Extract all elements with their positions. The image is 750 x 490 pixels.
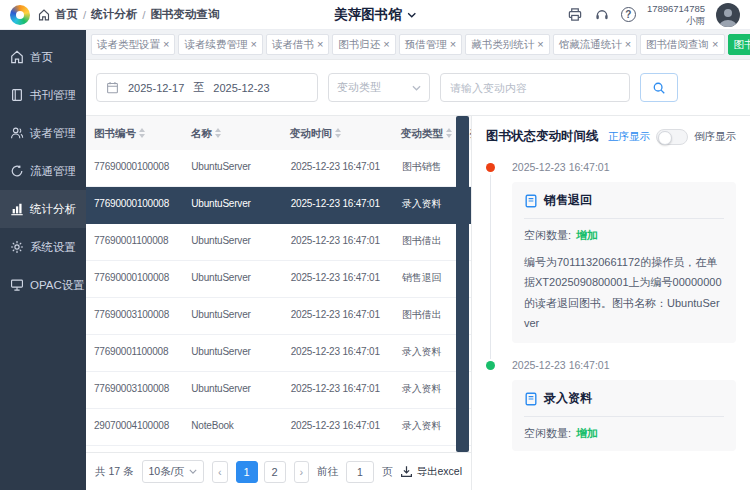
tab[interactable]: 读者借书 × <box>266 34 329 55</box>
card-header: 录入资料 <box>524 390 724 407</box>
page-size-select[interactable]: 10条/页 <box>142 460 205 483</box>
library-switcher[interactable]: 美萍图书馆 <box>334 6 416 24</box>
cell-change-type: 图书销售 <box>394 150 460 183</box>
close-icon[interactable]: × <box>250 39 256 50</box>
page-number-button[interactable]: 2 <box>264 461 286 483</box>
close-icon[interactable]: × <box>537 39 543 50</box>
tab[interactable]: 图书归还 × <box>332 34 395 55</box>
circulation-icon <box>10 164 24 178</box>
cell-book-name: UbuntuServer <box>183 335 279 368</box>
cell-change-type: 图书借出 <box>394 298 460 331</box>
close-icon[interactable]: × <box>450 39 456 50</box>
date-range-picker[interactable]: 2025-12-17 至 2025-12-23 <box>96 73 318 102</box>
tab-label: 读者类型设置 <box>97 38 160 52</box>
ascending-label[interactable]: 正序显示 <box>608 130 650 144</box>
sidebar-item-readers[interactable]: 读者管理 <box>0 114 86 152</box>
sidebar-item-opac[interactable]: OPAC设置 <box>0 266 86 304</box>
cell-change-time: 2025-12-23 16:47:01 <box>283 224 391 257</box>
select-placeholder: 变动类型 <box>337 80 381 95</box>
export-excel-button[interactable]: 导出excel <box>400 465 462 479</box>
date-start[interactable]: 2025-12-17 <box>128 82 184 94</box>
tab[interactable]: 读者续费管理 × <box>178 34 262 55</box>
sidebar-item-label: 流通管理 <box>30 164 76 179</box>
quantity-label: 空闲数量: <box>524 427 571 439</box>
cell-book-id: 77690000100008 <box>86 187 180 220</box>
change-type-select[interactable]: 变动类型 <box>328 73 430 102</box>
date-end[interactable]: 2025-12-23 <box>213 82 269 94</box>
close-icon[interactable]: × <box>317 39 323 50</box>
breadcrumb-item[interactable]: 统计分析 <box>91 7 137 22</box>
close-icon[interactable]: × <box>163 39 169 50</box>
cell-book-id: 77690000100008 <box>86 261 180 294</box>
sidebar-item-circulation[interactable]: 流通管理 <box>0 152 86 190</box>
search-button[interactable] <box>640 73 678 102</box>
date-separator: 至 <box>193 80 204 95</box>
sidebar-item-settings[interactable]: 系统设置 <box>0 228 86 266</box>
sidebar-item-label: 系统设置 <box>30 240 76 255</box>
printer-icon[interactable] <box>567 7 583 22</box>
table-row[interactable]: 77690003100008 UbuntuServer 2025-12-23 1… <box>86 298 471 335</box>
cell-book-id: 77690001100008 <box>86 224 180 257</box>
help-icon[interactable]: ? <box>621 7 636 22</box>
tab[interactable]: 图书变动查询 × <box>728 34 750 55</box>
chart-icon <box>10 202 24 216</box>
breadcrumb-item[interactable]: 首页 <box>55 7 78 22</box>
prev-page-button[interactable]: ‹ <box>212 461 227 483</box>
sidebar-item-books[interactable]: 书刊管理 <box>0 76 86 114</box>
tab-label: 读者续费管理 <box>184 38 247 52</box>
column-header[interactable]: 图书编号 <box>86 116 180 150</box>
table-row[interactable]: 29070004100008 NoteBook 2025-12-23 16:47… <box>86 409 471 446</box>
cell-book-id: 77690000100008 <box>86 150 180 183</box>
tab-label: 馆藏流通统计 <box>559 38 622 52</box>
descending-label[interactable]: 倒序显示 <box>694 130 736 144</box>
sort-icon[interactable] <box>446 128 452 138</box>
sort-icon[interactable] <box>335 128 341 138</box>
top-right-actions: ? 17896714785 小雨 <box>567 3 740 27</box>
table-row[interactable]: 77690001100008 UbuntuServer 2025-12-23 1… <box>86 224 471 261</box>
library-title: 美萍图书馆 <box>334 6 402 24</box>
chevron-down-icon <box>189 469 197 474</box>
sort-icon[interactable] <box>139 128 145 138</box>
table-row[interactable]: 77690000100008 UbuntuServer 2025-12-23 1… <box>86 187 471 224</box>
tab[interactable]: 读者类型设置 × <box>91 34 175 55</box>
table-row[interactable]: 77690003100008 UbuntuServer 2025-12-23 1… <box>86 372 471 409</box>
vertical-scrollbar[interactable] <box>456 116 469 452</box>
sidebar-item-home[interactable]: 首页 <box>0 38 86 76</box>
column-header[interactable]: 变动时间 <box>282 116 390 150</box>
timeline-dot <box>486 361 495 370</box>
breadcrumb-separator: / <box>83 9 86 21</box>
order-toggle-switch[interactable] <box>656 129 688 145</box>
table-row[interactable]: 77690001100008 UbuntuServer 2025-12-23 1… <box>86 335 471 372</box>
close-icon[interactable]: × <box>712 39 718 50</box>
tab[interactable]: 预借管理 × <box>399 34 462 55</box>
cell-book-id: 77690003100008 <box>86 372 180 405</box>
breadcrumb-item: 图书变动查询 <box>150 7 219 22</box>
search-icon <box>652 81 666 95</box>
close-icon[interactable]: × <box>383 39 389 50</box>
card-title: 销售退回 <box>544 192 592 209</box>
tab[interactable]: 馆藏流通统计 × <box>553 34 637 55</box>
table-row[interactable]: 77690000100008 UbuntuServer 2025-12-23 1… <box>86 150 471 187</box>
column-header[interactable]: 变动类型 <box>393 116 459 150</box>
breadcrumb-separator: / <box>142 9 145 21</box>
monitor-icon <box>10 278 24 292</box>
tab[interactable]: 图书借阅查询 × <box>640 34 724 55</box>
next-page-button[interactable]: › <box>294 461 309 483</box>
avatar[interactable] <box>716 3 740 27</box>
sidebar-item-statistics[interactable]: 统计分析 <box>0 190 86 228</box>
change-content-input[interactable] <box>440 73 630 102</box>
total-count: 共 17 条 <box>95 465 134 479</box>
tab-label: 读者借书 <box>272 38 314 52</box>
support-headset-icon[interactable] <box>594 7 610 22</box>
table-row[interactable]: 77690000100008 UbuntuServer 2025-12-23 1… <box>86 261 471 298</box>
sort-icon[interactable] <box>215 128 221 138</box>
work-area: 图书编号 名称 变动时间 变动类型 变动数量 77690000100008 <box>86 116 750 490</box>
order-toggle-control: 正序显示 倒序显示 <box>608 129 736 145</box>
tab[interactable]: 藏书类别统计 × <box>465 34 549 55</box>
column-header[interactable]: 名称 <box>183 116 279 150</box>
timeline-item: 2025-12-23 16:47:01 销售退回 空闲数量:增加 <box>486 161 736 343</box>
close-icon[interactable]: × <box>625 39 631 50</box>
chevron-down-icon <box>407 12 416 18</box>
page-number-button[interactable]: 1 <box>236 461 258 483</box>
goto-page-input[interactable] <box>346 461 374 483</box>
